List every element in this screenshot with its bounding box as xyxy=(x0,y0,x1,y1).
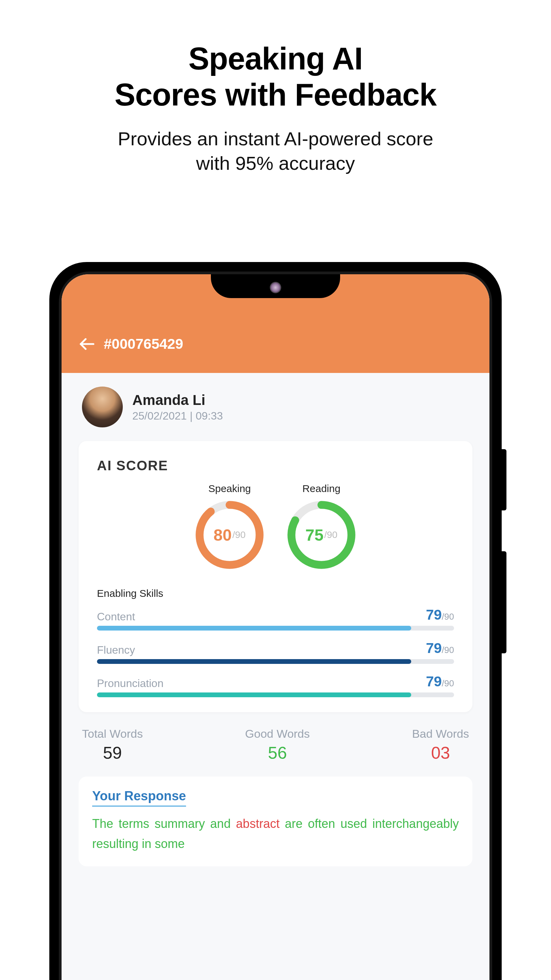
phone-screen: #000765429 Amanda Li 25/02/2021 | 09:33 … xyxy=(62,274,489,980)
skill-max: /90 xyxy=(442,611,454,622)
stat-label: Bad Words xyxy=(412,727,469,740)
gauges-row: Speaking 80 /90 xyxy=(97,483,454,571)
gauge-max: /90 xyxy=(232,530,246,540)
score-card-title: AI SCORE xyxy=(97,458,454,473)
skill-bar xyxy=(97,692,454,697)
phone-side-button xyxy=(502,551,507,653)
skill-fluency: Fluency 79/90 xyxy=(97,640,454,664)
skill-pronunciation: Pronunciation 79/90 xyxy=(97,673,454,697)
skill-name: Fluency xyxy=(97,644,135,656)
skill-value: 79 xyxy=(426,673,442,689)
response-text: The terms summary and abstract are often… xyxy=(92,814,459,854)
stat-label: Good Words xyxy=(245,727,310,740)
stat-label: Total Words xyxy=(82,727,143,740)
skill-value: 79 xyxy=(426,607,442,623)
promo-header: Speaking AI Scores with Feedback Provide… xyxy=(0,0,551,176)
stats-row: Total Words 59 Good Words 56 Bad Words 0… xyxy=(62,712,489,763)
gauge-ring: 75 /90 xyxy=(286,499,357,571)
skill-bar xyxy=(97,659,454,664)
gauge-value: 80 xyxy=(214,526,232,544)
gauge-reading: Reading 75 /90 xyxy=(286,483,357,571)
gauge-label: Speaking xyxy=(194,483,265,495)
skill-max: /90 xyxy=(442,678,454,688)
phone-side-button xyxy=(502,449,507,511)
gauge-max: /90 xyxy=(324,530,337,540)
promo-subtitle: Provides an instant AI-powered score wit… xyxy=(0,127,551,176)
stat-value: 03 xyxy=(412,743,469,763)
stat-bad: Bad Words 03 xyxy=(412,727,469,763)
gauge-speaking: Speaking 80 /90 xyxy=(194,483,265,571)
stat-value: 56 xyxy=(245,743,310,763)
promo-title-line2: Scores with Feedback xyxy=(114,77,437,112)
user-name: Amanda Li xyxy=(132,392,223,408)
score-card: AI SCORE Speaking 80 /90 xyxy=(79,441,472,712)
skills-heading: Enabling Skills xyxy=(97,588,454,599)
response-card: Your Response The terms summary and abst… xyxy=(79,776,472,866)
session-id: #000765429 xyxy=(104,336,183,352)
promo-title-line1: Speaking AI xyxy=(189,41,362,76)
skill-name: Pronunciation xyxy=(97,677,164,690)
promo-title: Speaking AI Scores with Feedback xyxy=(0,41,551,113)
skill-name: Content xyxy=(97,611,135,623)
response-bad-word: abstract xyxy=(236,817,279,830)
skill-fill xyxy=(97,659,411,664)
stat-value: 59 xyxy=(82,743,143,763)
skill-bar xyxy=(97,626,454,630)
promo-subtitle-line1: Provides an instant AI-powered score xyxy=(118,128,433,150)
avatar[interactable] xyxy=(82,387,123,427)
stat-good: Good Words 56 xyxy=(245,727,310,763)
skill-value: 79 xyxy=(426,640,442,656)
gauge-label: Reading xyxy=(286,483,357,495)
gauge-value: 75 xyxy=(305,526,324,544)
skill-fill xyxy=(97,626,411,630)
skill-content: Content 79/90 xyxy=(97,607,454,630)
back-arrow-icon[interactable] xyxy=(79,336,95,353)
response-title: Your Response xyxy=(92,789,186,807)
gauge-ring: 80 /90 xyxy=(194,499,265,571)
response-good-text: The terms summary and xyxy=(92,817,236,830)
phone-inner-border: #000765429 Amanda Li 25/02/2021 | 09:33 … xyxy=(59,272,492,980)
back-row[interactable]: #000765429 xyxy=(79,336,183,353)
user-datetime: 25/02/2021 | 09:33 xyxy=(132,410,223,422)
user-row: Amanda Li 25/02/2021 | 09:33 xyxy=(62,373,489,438)
promo-subtitle-line2: with 95% accuracy xyxy=(196,153,355,174)
skill-fill xyxy=(97,692,411,697)
phone-frame: #000765429 Amanda Li 25/02/2021 | 09:33 … xyxy=(49,262,502,980)
user-info: Amanda Li 25/02/2021 | 09:33 xyxy=(132,392,223,422)
stat-total: Total Words 59 xyxy=(82,727,143,763)
skill-max: /90 xyxy=(442,645,454,655)
phone-notch xyxy=(211,274,340,298)
